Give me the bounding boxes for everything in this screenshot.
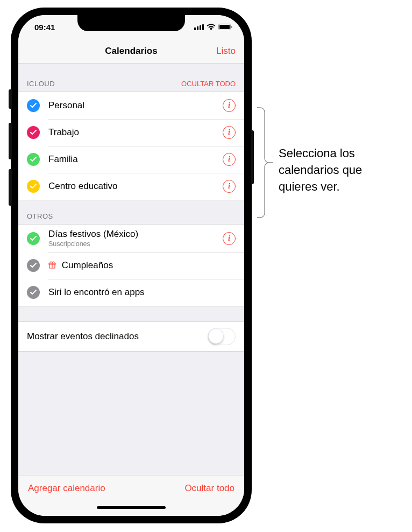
status-time: 09:41	[34, 23, 55, 32]
calendar-label: Personal	[48, 100, 223, 111]
calendar-row-centro[interactable]: Centro educativo i	[18, 173, 244, 200]
checkmark-icon	[27, 232, 40, 245]
calendar-row-trabajo[interactable]: Trabajo i	[18, 119, 244, 146]
nav-title: Calendarios	[105, 46, 157, 57]
bracket-icon	[255, 107, 274, 221]
home-indicator[interactable]	[97, 506, 166, 509]
volume-down-button[interactable]	[9, 169, 12, 206]
section-label-others: OTROS	[27, 212, 53, 220]
section-header-icloud: ICLOUD OCULTAR TODO	[18, 64, 244, 92]
notch	[77, 15, 185, 31]
svg-rect-1	[219, 25, 230, 29]
info-icon[interactable]: i	[223, 99, 236, 112]
toolbar: Agregar calendario Ocultar todo	[18, 475, 244, 501]
calendar-label: Centro educativo	[48, 181, 223, 192]
calendar-row-personal[interactable]: Personal i	[18, 92, 244, 119]
checkmark-icon	[27, 259, 40, 272]
power-button[interactable]	[251, 130, 254, 184]
info-icon[interactable]: i	[223, 232, 236, 245]
declined-events-row: Mostrar eventos declinados	[18, 321, 244, 352]
hide-all-icloud-button[interactable]: OCULTAR TODO	[181, 80, 236, 88]
calendar-row-holidays[interactable]: Días festivos (México) Suscripciones i	[18, 225, 244, 252]
nav-bar: Calendarios Listo	[18, 39, 244, 64]
calendar-label: Cumpleaños	[48, 260, 236, 271]
battery-icon	[218, 24, 232, 30]
calendar-label: Familia	[48, 154, 223, 165]
content: ICLOUD OCULTAR TODO Personal i Trabajo i	[18, 64, 244, 475]
gift-icon	[48, 260, 59, 270]
checkmark-icon	[27, 286, 40, 299]
info-icon[interactable]: i	[223, 180, 236, 193]
calendar-row-siri[interactable]: Siri lo encontró en apps	[18, 279, 244, 306]
others-group: Días festivos (México) Suscripciones i C…	[18, 224, 244, 306]
screen: 09:41 Calendarios Listo ICLOUD OCULTAR T…	[18, 15, 244, 516]
cellular-icon	[194, 24, 204, 30]
section-label-icloud: ICLOUD	[27, 80, 55, 88]
done-button[interactable]: Listo	[216, 46, 236, 57]
checkmark-icon	[27, 99, 40, 112]
mute-switch[interactable]	[9, 89, 12, 109]
section-header-others: OTROS	[18, 200, 244, 224]
checkmark-icon	[27, 153, 40, 166]
declined-events-switch[interactable]	[208, 328, 236, 345]
hide-all-button[interactable]: Ocultar todo	[184, 483, 235, 494]
checkmark-icon	[27, 180, 40, 193]
icloud-group: Personal i Trabajo i Familia i	[18, 92, 244, 200]
status-right	[194, 24, 232, 30]
calendar-row-birthdays[interactable]: Cumpleaños	[18, 252, 244, 279]
calendar-label: Siri lo encontró en apps	[48, 287, 236, 298]
add-calendar-button[interactable]: Agregar calendario	[28, 483, 105, 494]
info-icon[interactable]: i	[223, 126, 236, 139]
home-indicator-area	[18, 501, 244, 516]
phone-frame: 09:41 Calendarios Listo ICLOUD OCULTAR T…	[11, 8, 252, 523]
checkmark-icon	[27, 126, 40, 139]
calendar-label: Trabajo	[48, 127, 223, 138]
calendar-row-familia[interactable]: Familia i	[18, 146, 244, 173]
info-icon[interactable]: i	[223, 153, 236, 166]
calendar-label: Días festivos (México)	[48, 229, 223, 240]
wifi-icon	[207, 24, 216, 30]
svg-rect-2	[231, 26, 232, 28]
volume-up-button[interactable]	[9, 123, 12, 159]
callout-text: Selecciona los calendarios que quieres v…	[279, 145, 402, 195]
toggle-label: Mostrar eventos declinados	[27, 331, 139, 342]
calendar-sublabel: Suscripciones	[48, 240, 223, 248]
